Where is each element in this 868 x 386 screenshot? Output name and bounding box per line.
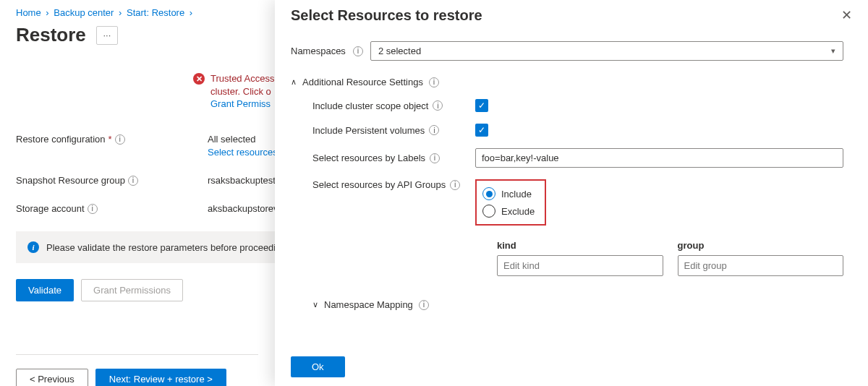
chevron-down-icon: ▾ bbox=[831, 46, 835, 56]
ok-button[interactable]: Ok bbox=[291, 356, 345, 377]
namespace-mapping-section-toggle[interactable]: ∨ Namespace Mapping i bbox=[291, 299, 843, 310]
info-icon[interactable]: i bbox=[353, 46, 363, 56]
label-select-by-apigroups: Select resources by API Groups bbox=[312, 179, 446, 190]
section-title: Additional Resource Settings bbox=[302, 77, 423, 87]
info-icon[interactable]: i bbox=[115, 134, 125, 145]
warning-text-2: cluster. Click o bbox=[210, 85, 274, 98]
group-header: group bbox=[678, 240, 844, 251]
banner-text: Please validate the restore parameters b… bbox=[46, 242, 286, 253]
chevron-right-icon: › bbox=[46, 7, 48, 18]
label-include-cluster-scope: Include cluster scope object bbox=[312, 100, 428, 111]
kind-header: kind bbox=[497, 240, 663, 251]
grant-permissions-button[interactable]: Grant Permissions bbox=[81, 279, 183, 301]
label-snapshot-rg: Snapshot Resource group bbox=[16, 175, 125, 186]
value-snapshot-rg: rsaksbackuptest bbox=[208, 175, 276, 186]
bc-backup-center[interactable]: Backup center bbox=[54, 7, 114, 18]
info-icon[interactable]: i bbox=[433, 100, 443, 111]
label-include-pv: Include Persistent volumes bbox=[312, 125, 425, 136]
bc-start-restore[interactable]: Start: Restore bbox=[127, 7, 184, 18]
info-icon[interactable]: i bbox=[419, 300, 429, 310]
info-icon[interactable]: i bbox=[128, 176, 138, 186]
chevron-right-icon: › bbox=[190, 7, 192, 18]
chevron-up-icon: ∧ bbox=[291, 77, 297, 87]
bc-home[interactable]: Home bbox=[16, 7, 41, 18]
info-icon[interactable]: i bbox=[450, 180, 460, 190]
include-cluster-scope-checkbox[interactable]: ✓ bbox=[475, 99, 488, 112]
next-review-restore-button[interactable]: Next: Review + restore > bbox=[95, 369, 226, 386]
required-icon: * bbox=[109, 134, 112, 145]
label-select-by-labels: Select resources by Labels bbox=[312, 153, 425, 163]
kind-input[interactable] bbox=[497, 255, 663, 276]
previous-button[interactable]: < Previous bbox=[16, 369, 88, 386]
value-storage-acct: aksbackupstorev1 bbox=[208, 203, 284, 214]
label-storage-acct: Storage account bbox=[16, 203, 85, 214]
value-restore-config: All selected bbox=[208, 134, 278, 145]
radio-icon bbox=[482, 205, 495, 218]
namespaces-label: Namespaces bbox=[291, 46, 346, 56]
radio-exclude-label: Exclude bbox=[501, 206, 535, 217]
chevron-down-icon: ∨ bbox=[312, 300, 318, 309]
info-icon[interactable]: i bbox=[430, 153, 440, 163]
validate-button[interactable]: Validate bbox=[16, 279, 74, 301]
panel-title: Select Resources to restore bbox=[291, 7, 482, 24]
radio-icon bbox=[482, 187, 495, 200]
warning-text-1: Trusted Access bbox=[210, 72, 274, 85]
page-title: Restore bbox=[16, 24, 86, 46]
include-pv-checkbox[interactable]: ✓ bbox=[475, 124, 488, 137]
radio-exclude[interactable]: Exclude bbox=[482, 202, 535, 220]
info-icon: i bbox=[27, 241, 39, 253]
info-icon[interactable]: i bbox=[429, 77, 439, 87]
apigroups-radio-group: Include Exclude bbox=[475, 179, 546, 226]
radio-include-label: Include bbox=[501, 189, 532, 200]
info-icon[interactable]: i bbox=[429, 125, 439, 135]
group-input[interactable] bbox=[678, 255, 844, 276]
error-icon: ✕ bbox=[193, 73, 205, 85]
select-resources-panel: Select Resources to restore ✕ Namespaces… bbox=[275, 0, 868, 386]
labels-input[interactable] bbox=[475, 148, 843, 168]
additional-settings-section-toggle[interactable]: ∧ Additional Resource Settings i bbox=[291, 77, 843, 87]
radio-include[interactable]: Include bbox=[482, 185, 535, 202]
grant-permissions-link[interactable]: Grant Permiss bbox=[210, 98, 271, 109]
ns-mapping-label: Namespace Mapping bbox=[324, 299, 413, 310]
chevron-right-icon: › bbox=[119, 7, 122, 18]
label-restore-config: Restore configuration bbox=[16, 134, 106, 145]
close-icon[interactable]: ✕ bbox=[841, 7, 852, 23]
select-resources-link[interactable]: Select resources bbox=[208, 147, 278, 158]
more-menu-button[interactable]: ··· bbox=[96, 26, 118, 45]
namespaces-dropdown[interactable]: 2 selected ▾ bbox=[370, 41, 843, 61]
info-icon[interactable]: i bbox=[88, 204, 98, 214]
namespaces-value: 2 selected bbox=[378, 46, 421, 56]
